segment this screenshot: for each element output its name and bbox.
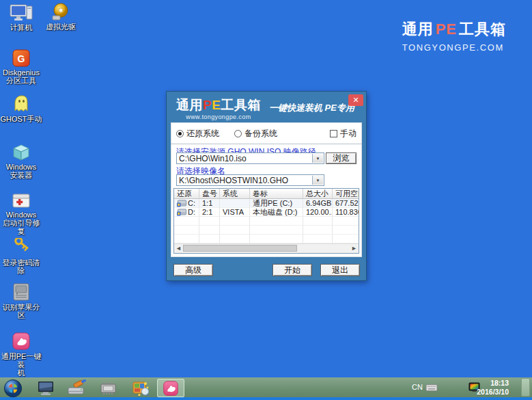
cell-drive: C:: [188, 199, 195, 208]
taskbar-bottom-line: [0, 397, 532, 400]
hard-drive-icon: [0, 282, 42, 302]
desktop-icon-password-clear[interactable]: 登录密码清除: [0, 238, 42, 275]
dialog-titlebar[interactable]: 通用PE工具箱 www.tongyongpe.com 一键快速装机 PE专用 ✕: [167, 92, 366, 122]
brand-title-pe: PE: [436, 21, 457, 38]
close-button[interactable]: ✕: [348, 94, 363, 106]
desktop-icon-windows-installer[interactable]: Windows 安装器: [0, 142, 42, 179]
exit-button[interactable]: 退出: [320, 264, 360, 276]
checkbox-icon: [330, 130, 337, 137]
source-path-value: C:\GHO\Win10.iso: [179, 154, 247, 163]
tray-clock[interactable]: 18:13 2016/3/10: [477, 379, 509, 397]
desktop-icon-label: Diskgenius 分区工具: [0, 68, 42, 85]
cd-icon: [40, 2, 82, 21]
scroll-left-icon[interactable]: ◄: [174, 244, 183, 252]
desktop-icon-pe-oneclick[interactable]: 通用PE一键装 机: [0, 332, 42, 377]
source-path-combobox[interactable]: C:\GHO\Win10.iso ▼: [176, 152, 324, 164]
browse-button[interactable]: 浏览: [326, 152, 356, 164]
cell-total-size: 120.00...: [303, 208, 333, 217]
separator: [171, 144, 362, 144]
cell-disk-no: 1:1: [199, 199, 220, 208]
package-icon: [0, 142, 42, 161]
diskgenius-icon: G: [0, 48, 42, 67]
desktop-icon-windows-boot-repair[interactable]: Windows 启动引导修复: [0, 190, 42, 235]
ghost-icon: [0, 94, 42, 114]
language-indicator[interactable]: CN: [412, 383, 423, 391]
table-empty-row: [174, 226, 359, 235]
memory-chip-icon: [99, 380, 118, 397]
table-row[interactable]: D: 2:1 VISTA 本地磁盘 (D:) 120.00... 110.83G…: [174, 208, 359, 217]
dialog-logo-right: 工具箱: [221, 98, 261, 112]
start-button[interactable]: 开始: [272, 264, 312, 276]
header-restore[interactable]: 还原: [174, 189, 199, 199]
close-icon: ✕: [352, 96, 359, 105]
header-system[interactable]: 系统: [220, 189, 250, 199]
cell-total-size: 6.94GB: [303, 199, 333, 208]
desktop-icon-diskgenius[interactable]: G Diskgenius 分区工具: [0, 48, 42, 85]
desktop-icon-label: 登录密码清除: [0, 258, 42, 275]
cell-system: [220, 199, 250, 208]
desktop-icon-label: 识别苹果分区: [0, 303, 42, 319]
pe-oneclick-icon: [163, 380, 179, 397]
mode-row: 还原系统 备份系统 手动: [176, 129, 356, 139]
clock-time: 18:13: [477, 379, 509, 388]
brand-title: 通用PE工具箱: [402, 19, 506, 40]
partition-grid: 还原 盘号 系统 卷标 总大小 可用空间 C: 1:1 通用PE (C:) 6.…: [174, 189, 359, 243]
desktop-icon-virtual-cd[interactable]: 虚拟光驱: [40, 2, 82, 31]
dialog-content: 还原系统 备份系统 手动 请选择安装源 GHO WIN ISO 映像路径 C:\…: [171, 122, 362, 257]
cell-free-space: 677.52MB: [333, 199, 359, 208]
desktop-icon-label: 通用PE一键装 机: [0, 352, 42, 377]
svg-text:G: G: [18, 53, 25, 64]
radio-backup-system[interactable]: 备份系统: [234, 128, 277, 139]
pe-install-dialog: 通用PE工具箱 www.tongyongpe.com 一键快速装机 PE专用 ✕…: [166, 91, 367, 281]
desktop-icon-computer[interactable]: 计算机: [0, 3, 42, 31]
table-row[interactable]: C: 1:1 通用PE (C:) 6.94GB 677.52MB: [174, 199, 359, 208]
table-header-row[interactable]: 还原 盘号 系统 卷标 总大小 可用空间: [174, 189, 359, 199]
desktop-icon-ghost-manual[interactable]: GHOST手动: [0, 94, 42, 123]
taskbar-image-tool[interactable]: [130, 379, 151, 397]
brand-logo: 通用PE工具箱 TONGYONGPE.COM: [402, 19, 506, 53]
header-disk-no[interactable]: 盘号: [199, 189, 220, 199]
monitor-icon: [37, 380, 55, 397]
taskbar-disk-cleanup[interactable]: [66, 379, 87, 397]
radio-restore-label: 还原系统: [186, 128, 219, 139]
cell-drive: D:: [188, 208, 195, 217]
dialog-logo-e: E: [212, 98, 221, 112]
radio-backup-label: 备份系统: [244, 128, 277, 139]
scroll-right-icon[interactable]: ►: [350, 244, 359, 252]
header-total-size[interactable]: 总大小: [303, 189, 333, 199]
cell-volume: 通用PE (C:): [250, 199, 303, 208]
desktop-icon-label: 虚拟光驱: [40, 23, 82, 31]
cell-disk-no: 2:1: [199, 208, 220, 217]
cell-system: VISTA: [220, 208, 250, 217]
cell-free-space: 110.83GB: [333, 208, 359, 217]
scrollbar-thumb[interactable]: [183, 245, 297, 252]
radio-restore-system[interactable]: 还原系统: [176, 128, 219, 139]
desktop-icon-apple-partition[interactable]: 识别苹果分区: [0, 282, 42, 319]
taskbar-memory-tool[interactable]: [98, 379, 119, 397]
image-name-combobox[interactable]: K:\Ghost\GHOSTWIN10.GHO ▼: [176, 174, 324, 186]
desktop-icon-label: GHOST手动: [0, 115, 42, 123]
advanced-button[interactable]: 高级: [173, 264, 213, 276]
horizontal-scrollbar[interactable]: ◄ ►: [174, 243, 359, 253]
dialog-logo-p: P: [203, 98, 212, 112]
desktop: 通用PE工具箱 TONGYONGPE.COM 计算机 虚拟光驱 G Diskge…: [0, 0, 532, 400]
desktop-icon-label: Windows 启动引导修复: [0, 211, 42, 235]
chevron-down-icon[interactable]: ▼: [312, 154, 323, 163]
keyboard-icon[interactable]: [425, 383, 438, 395]
start-button[interactable]: [3, 379, 23, 397]
taskbar-pe-oneclick-active[interactable]: [157, 379, 184, 397]
chevron-down-icon[interactable]: ▼: [312, 176, 323, 185]
radio-icon: [176, 130, 184, 137]
taskbar-display-settings[interactable]: [36, 379, 56, 397]
header-free-space[interactable]: 可用空间: [333, 189, 359, 199]
brand-title-right: 工具箱: [459, 21, 506, 38]
checkbox-manual[interactable]: 手动: [330, 128, 356, 139]
dialog-tagline: 一键快速装机 PE专用: [269, 102, 354, 114]
checkbox-manual-label: 手动: [340, 128, 356, 139]
header-volume[interactable]: 卷标: [250, 189, 303, 199]
table-empty-row: [174, 217, 359, 226]
show-desktop-button[interactable]: [521, 378, 530, 397]
pe-oneclick-icon: [0, 332, 42, 351]
desktop-icon-label: Windows 安装器: [0, 163, 42, 179]
dialog-logo-url: www.tongyongpe.com: [176, 114, 261, 120]
